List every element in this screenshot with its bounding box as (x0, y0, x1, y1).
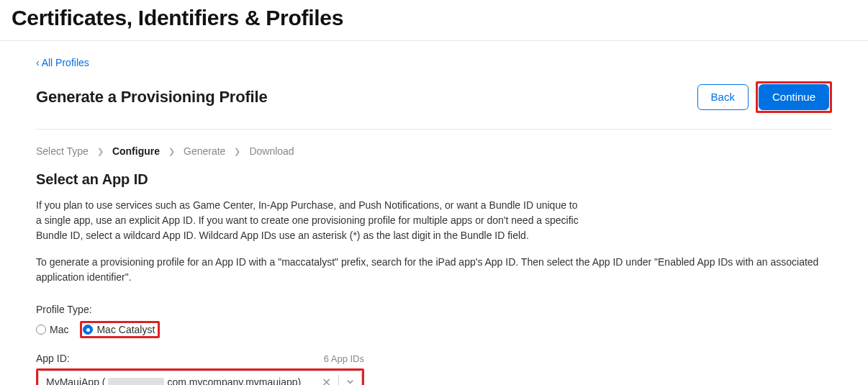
chevron-right-icon: ❯ (97, 147, 104, 156)
radio-label-mac-catalyst: Mac Catalyst (96, 324, 155, 335)
description-text-1: If you plan to use services such as Game… (36, 198, 583, 243)
radio-icon-checked (83, 325, 93, 335)
chevron-right-icon: ❯ (234, 147, 240, 156)
page-header: Certificates, Identifiers & Profiles (0, 0, 868, 41)
section-title: Generate a Provisioning Profile (36, 88, 267, 107)
page-title: Certificates, Identifiers & Profiles (12, 6, 856, 30)
all-profiles-link[interactable]: ‹ All Profiles (36, 57, 89, 68)
continue-highlight: Continue (756, 81, 832, 113)
chevron-right-icon: ❯ (168, 147, 175, 156)
chevron-left-icon: ‹ (36, 57, 40, 68)
clear-icon[interactable]: ✕ (315, 376, 338, 386)
app-id-label: App ID: (36, 353, 70, 364)
back-link-text: All Profiles (42, 57, 89, 68)
redacted-team-id (108, 378, 164, 386)
app-id-header: App ID: 6 App IDs (36, 353, 364, 364)
profile-type-radios: Mac Mac Catalyst (36, 321, 832, 338)
radio-icon (36, 325, 46, 335)
breadcrumb-step-download[interactable]: Download (249, 145, 294, 157)
mac-catalyst-highlight: Mac Catalyst (80, 321, 160, 338)
back-button[interactable]: Back (697, 84, 749, 110)
app-id-value-suffix: com.mycompany.mymauiapp) (167, 376, 301, 385)
app-id-value: MyMauiApp ( com.mycompany.mymauiapp) (46, 376, 315, 385)
radio-label-mac: Mac (50, 324, 68, 335)
radio-mac-catalyst[interactable]: Mac Catalyst (83, 324, 155, 335)
chevron-down-icon[interactable] (339, 376, 361, 385)
app-id-count: 6 App IDs (324, 353, 364, 364)
description-text-2: To generate a provisioning profile for a… (36, 255, 832, 285)
breadcrumb: Select Type ❯ Configure ❯ Generate ❯ Dow… (36, 130, 832, 171)
section-header: Generate a Provisioning Profile Back Con… (36, 81, 832, 130)
subsection-title: Select an App ID (36, 171, 832, 188)
app-id-select[interactable]: MyMauiApp ( com.mycompany.mymauiapp) ✕ (38, 371, 362, 385)
profile-type-label: Profile Type: (36, 304, 832, 315)
button-group: Back Continue (697, 81, 832, 113)
breadcrumb-step-select-type[interactable]: Select Type (36, 145, 89, 157)
breadcrumb-step-configure[interactable]: Configure (112, 145, 160, 157)
continue-button[interactable]: Continue (759, 84, 829, 110)
breadcrumb-step-generate[interactable]: Generate (184, 145, 225, 157)
app-id-value-prefix: MyMauiApp ( (46, 376, 105, 385)
radio-mac[interactable]: Mac (36, 324, 68, 335)
app-id-select-highlight: MyMauiApp ( com.mycompany.mymauiapp) ✕ (36, 368, 364, 385)
